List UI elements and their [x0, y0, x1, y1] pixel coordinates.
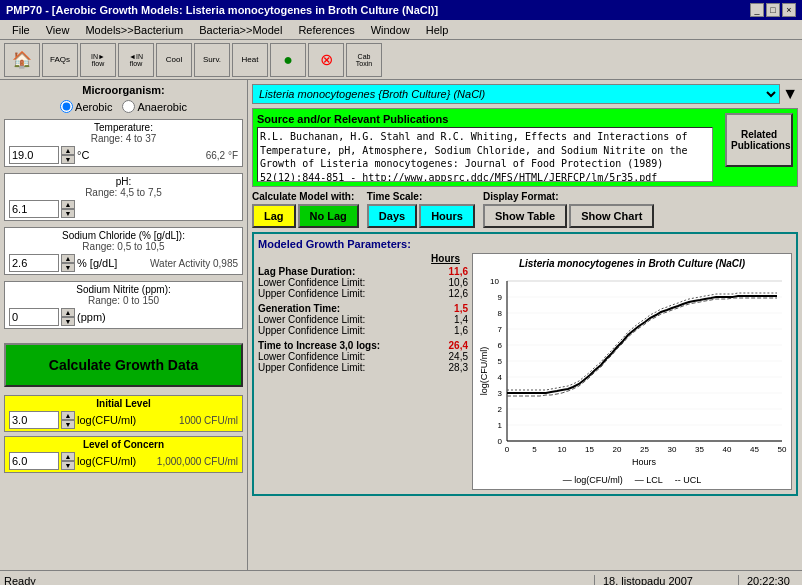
menu-view[interactable]: View: [38, 22, 78, 38]
no-lag-button[interactable]: No Lag: [298, 204, 359, 228]
menu-window[interactable]: Window: [363, 22, 418, 38]
lag-button[interactable]: Lag: [252, 204, 296, 228]
menu-file[interactable]: File: [4, 22, 38, 38]
lc-down[interactable]: ▼: [61, 461, 75, 470]
level-concern-input[interactable]: [9, 452, 59, 470]
days-button[interactable]: Days: [367, 204, 417, 228]
sodium-chloride-input[interactable]: [9, 254, 59, 272]
menu-models[interactable]: Models>>Bacterium: [77, 22, 191, 38]
temp-down[interactable]: ▼: [61, 155, 75, 164]
lag-phase-title: Lag Phase Duration:: [258, 266, 355, 277]
lag-ucl-label: Upper Confidence Limit:: [258, 288, 365, 299]
hours-button[interactable]: Hours: [419, 204, 475, 228]
temperature-spinner[interactable]: ▲ ▼: [61, 146, 75, 164]
menu-bacteria[interactable]: Bacteria>>Model: [191, 22, 290, 38]
cfu-line: [507, 296, 777, 393]
nacl-down[interactable]: ▼: [61, 263, 75, 272]
heat-icon: Heat: [242, 55, 259, 64]
gen-ucl-value: 1,6: [454, 325, 468, 336]
temperature-input[interactable]: [9, 146, 59, 164]
show-table-button[interactable]: Show Table: [483, 204, 567, 228]
sodium-nitrite-box: Sodium Nitrite (ppm): Range: 0 to 150 ▲ …: [4, 281, 243, 329]
nitrite-up[interactable]: ▲: [61, 308, 75, 317]
menu-references[interactable]: References: [290, 22, 362, 38]
aerobic-radio[interactable]: [60, 100, 73, 113]
ph-down[interactable]: ▼: [61, 209, 75, 218]
chart-legend: — log(CFU/ml) — LCL -- UCL: [477, 475, 787, 485]
sodium-chloride-box: Sodium Chloride (% [g/dL]): Range: 0,5 t…: [4, 227, 243, 275]
nacl-up[interactable]: ▲: [61, 254, 75, 263]
organism-dropdown-icon[interactable]: ▼: [782, 85, 798, 103]
toxin-icon: CabToxin: [356, 53, 372, 67]
time-increase-value: 26,4: [449, 340, 468, 351]
growth-params-title: Modeled Growth Parameters:: [258, 238, 792, 250]
lc-up[interactable]: ▲: [61, 452, 75, 461]
tool-home[interactable]: 🏠: [4, 43, 40, 77]
sodium-nitrite-spinner[interactable]: ▲ ▼: [61, 308, 75, 326]
minimize-button[interactable]: _: [750, 3, 764, 17]
show-chart-button[interactable]: Show Chart: [569, 204, 654, 228]
tool-out-flow[interactable]: ◄INflow: [118, 43, 154, 77]
svg-text:5: 5: [498, 357, 503, 366]
il-up[interactable]: ▲: [61, 411, 75, 420]
temp-up[interactable]: ▲: [61, 146, 75, 155]
sodium-nitrite-input[interactable]: [9, 308, 59, 326]
gen-time-title: Generation Time:: [258, 303, 340, 314]
chart-area: Listeria monocytogenes in Broth Culture …: [472, 253, 792, 490]
sodium-chloride-unit: % [g/dL]: [77, 257, 117, 269]
sodium-chloride-input-row: ▲ ▼ % [g/dL] Water Activity 0,985: [9, 254, 238, 272]
ph-input[interactable]: [9, 200, 59, 218]
level-concern-cfu: 1,000,000 CFU/ml: [138, 456, 238, 467]
tool-red[interactable]: ⊗: [308, 43, 344, 77]
time-increase-title: Time to Increase 3,0 logs:: [258, 340, 380, 351]
temperature-box: Temperature: Range: 4 to 37 ▲ ▼ °C 66,2 …: [4, 119, 243, 167]
initial-level-cfu: 1000 CFU/ml: [138, 415, 238, 426]
anaerobic-option[interactable]: Anaerobic: [122, 100, 187, 113]
gen-ucl-label: Upper Confidence Limit:: [258, 325, 365, 336]
level-concern-spinner[interactable]: ▲ ▼: [61, 452, 75, 470]
maximize-button[interactable]: □: [766, 3, 780, 17]
lag-lcl-row: Lower Confidence Limit: 10,6: [258, 277, 468, 288]
calculate-button[interactable]: Calculate Growth Data: [4, 343, 243, 387]
display-format-buttons: Show Table Show Chart: [483, 204, 654, 228]
time-scale-buttons: Days Hours: [367, 204, 475, 228]
svg-text:0: 0: [498, 437, 503, 446]
increase-lcl-value: 24,5: [449, 351, 468, 362]
nitrite-down[interactable]: ▼: [61, 317, 75, 326]
tool-faq[interactable]: FAQs: [42, 43, 78, 77]
svg-text:35: 35: [695, 445, 704, 454]
svg-text:15: 15: [585, 445, 594, 454]
condition-radio-group: Aerobic Anaerobic: [4, 100, 243, 113]
svg-text:30: 30: [668, 445, 677, 454]
tool-in-flow[interactable]: IN►flow: [80, 43, 116, 77]
aerobic-option[interactable]: Aerobic: [60, 100, 112, 113]
related-publications-button[interactable]: RelatedPublications: [725, 113, 793, 167]
ucl-line: [507, 293, 777, 390]
tool-green[interactable]: ●: [270, 43, 306, 77]
svg-text:7: 7: [498, 325, 503, 334]
initial-level-spinner[interactable]: ▲ ▼: [61, 411, 75, 429]
aerobic-label: Aerobic: [75, 101, 112, 113]
ph-box: pH: Range: 4,5 to 7,5 ▲ ▼: [4, 173, 243, 221]
tool-cool[interactable]: Cool: [156, 43, 192, 77]
tool-surv[interactable]: Surv.: [194, 43, 230, 77]
source-text[interactable]: [257, 127, 713, 182]
tool-heat[interactable]: Heat: [232, 43, 268, 77]
status-date: 18. listopadu 2007: [594, 575, 734, 586]
sodium-chloride-spinner[interactable]: ▲ ▼: [61, 254, 75, 272]
gen-lcl-value: 1,4: [454, 314, 468, 325]
initial-level-row: ▲ ▼ log(CFU/ml) 1000 CFU/ml: [9, 411, 238, 429]
inflow-icon: IN►flow: [91, 53, 105, 67]
organism-select[interactable]: Listeria monocytogenes {Broth Culture} (…: [252, 84, 780, 104]
lag-ucl-value: 12,6: [449, 288, 468, 299]
menu-help[interactable]: Help: [418, 22, 457, 38]
close-button[interactable]: ×: [782, 3, 796, 17]
calculate-model-label: Calculate Model with:: [252, 191, 359, 202]
ph-spinner[interactable]: ▲ ▼: [61, 200, 75, 218]
tool-toxin[interactable]: CabToxin: [346, 43, 382, 77]
red-icon: ⊗: [320, 50, 333, 69]
anaerobic-radio[interactable]: [122, 100, 135, 113]
il-down[interactable]: ▼: [61, 420, 75, 429]
ph-up[interactable]: ▲: [61, 200, 75, 209]
initial-level-input[interactable]: [9, 411, 59, 429]
